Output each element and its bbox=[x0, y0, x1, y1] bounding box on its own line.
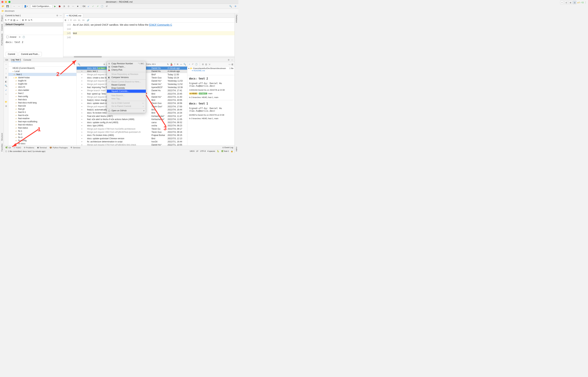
revert-detail-icon[interactable]: ↶ bbox=[192, 63, 194, 66]
status-line-sep[interactable]: LF bbox=[196, 150, 199, 152]
branch-fix-2[interactable]: 🏷fix-2 bbox=[8, 133, 76, 136]
cherry-pick-icon[interactable]: 🍒 bbox=[170, 63, 173, 66]
branch-feat-docs[interactable]: 🏷feat-docs bbox=[8, 98, 76, 101]
bold-icon[interactable]: B bbox=[65, 19, 66, 22]
h-plus-icon[interactable]: H↑ bbox=[82, 19, 85, 22]
log-row[interactable]: ●Feat e2e alert feishu (#807)KeHaohaoke*… bbox=[77, 114, 187, 118]
menu-create-patch-[interactable]: ▤Create Patch... bbox=[107, 65, 146, 68]
branch-feat-rtd-mkdocs[interactable]: 🏷feat-rtd-mkdocs bbox=[8, 123, 76, 126]
branch-head-current-branch-[interactable]: HEAD (Current Branch) bbox=[8, 67, 76, 70]
branch-fix-ci[interactable]: 🏷fix-ci bbox=[8, 136, 76, 139]
log-row[interactable]: ●fix: architecture determination in scri… bbox=[77, 140, 187, 143]
branch-feat-e2e[interactable]: 🏷feat-e2e bbox=[8, 104, 76, 107]
git-history-icon[interactable]: 🕐 bbox=[100, 4, 104, 8]
rail-structure[interactable]: Structure bbox=[0, 131, 3, 142]
menu-squash-commits-[interactable]: Squash Commits... bbox=[107, 90, 146, 93]
window-maximize[interactable] bbox=[8, 1, 11, 3]
gear-icon[interactable]: ⚙ bbox=[56, 14, 58, 17]
git-rollback-icon[interactable]: ↺ bbox=[105, 4, 109, 8]
expand-detail-icon[interactable]: ⇲ bbox=[209, 63, 210, 66]
compare-icon[interactable]: ◧ bbox=[5, 80, 7, 83]
commit-button[interactable]: Commit bbox=[6, 52, 17, 57]
delete-icon[interactable]: 🗑 bbox=[5, 76, 7, 79]
minimize-icon[interactable]: — bbox=[60, 14, 62, 17]
user-icon[interactable]: 👤▾ bbox=[24, 4, 28, 8]
preview-toggle-icon[interactable]: ▭ bbox=[229, 63, 230, 66]
new-branch-icon[interactable]: ＋ bbox=[5, 67, 7, 70]
new-changelist-icon[interactable]: ＋ bbox=[188, 63, 190, 66]
breadcrumb-project[interactable]: 📁 devstream bbox=[1, 10, 14, 12]
revert-icon[interactable]: ↶ bbox=[8, 19, 10, 21]
save-icon[interactable]: 💾 bbox=[6, 4, 10, 8]
group-icon[interactable]: ⊞ bbox=[22, 19, 24, 21]
log-row[interactable]: ●docs: update quickstart Chinese version… bbox=[77, 137, 187, 140]
changelist-icon[interactable]: ▤ bbox=[13, 19, 15, 21]
status-lock-icon[interactable]: 🔒 bbox=[231, 150, 233, 152]
branch-fix-config[interactable]: 🏷fix-config bbox=[8, 139, 76, 142]
branch-local[interactable]: ▾Local bbox=[8, 70, 76, 73]
push-log-icon[interactable]: ⤴ bbox=[174, 63, 175, 66]
amend-history-icon[interactable]: 🕐 bbox=[22, 36, 25, 38]
branch-feat-readme[interactable]: 🏷feat-readme bbox=[8, 117, 76, 120]
status-caret-pos[interactable]: 145:6 bbox=[190, 150, 194, 152]
rail-project[interactable]: Project bbox=[0, 14, 3, 23]
branch-feat-docs-multi-lang[interactable]: 🏷feat-docs-multi-lang bbox=[8, 101, 76, 104]
git-push-icon[interactable]: ↗ bbox=[96, 4, 100, 8]
branch-bugfix-ht[interactable]: 🏷bugfix-ht bbox=[8, 79, 76, 82]
git-tab-log[interactable]: Log: feat-1 bbox=[11, 58, 21, 62]
editor-scrollbar[interactable] bbox=[63, 56, 235, 58]
log-row[interactable]: ●docs: Fix broken links (#800)Prajwal Bo… bbox=[77, 134, 187, 137]
rail-pull-requests[interactable]: Pull Requests bbox=[0, 32, 3, 47]
bottom-tab-git[interactable]: 🌿Git bbox=[5, 146, 11, 149]
menu-open-on-github[interactable]: ◯Open on GitHub▸ bbox=[107, 109, 146, 112]
log-row[interactable]: ●Merge pull request #793 from aFlyBird0/… bbox=[77, 143, 187, 145]
run-icon[interactable]: ▶ bbox=[53, 4, 57, 8]
branch-feat-2[interactable]: 🏷feat-2 bbox=[8, 92, 76, 95]
branch-feat-config[interactable]: 🏷feat-config bbox=[8, 95, 76, 98]
menu-drop-commits[interactable]: Drop Commits bbox=[107, 86, 146, 90]
rail-favorites[interactable]: Favorites bbox=[0, 142, 3, 153]
forward-icon[interactable]: → bbox=[17, 4, 21, 8]
git-commit-icon[interactable]: ✓ bbox=[91, 4, 95, 8]
view-icon[interactable]: 👁 bbox=[25, 19, 27, 21]
italic-icon[interactable]: I bbox=[68, 19, 69, 22]
detail-file[interactable]: README.md bbox=[193, 70, 205, 72]
view-opts-icon[interactable]: 👁 bbox=[177, 63, 179, 66]
log-search-input[interactable] bbox=[81, 63, 102, 66]
bottom-tab-python-packages[interactable]: 📦Python Packages bbox=[50, 146, 68, 149]
log-row[interactable]: ●docs: typo (#804)cezha2022/7/4, 09:23 bbox=[77, 124, 187, 127]
status-encoding[interactable]: UTF-8 bbox=[200, 150, 206, 152]
search-icon[interactable]: 🔍 bbox=[229, 4, 232, 8]
amend-checkbox[interactable] bbox=[6, 36, 9, 38]
checkout-icon[interactable]: ↓ bbox=[6, 72, 7, 74]
diff-icon[interactable]: ⊟ bbox=[11, 19, 12, 21]
window-minimize[interactable] bbox=[5, 1, 7, 3]
menu-compare-versions[interactable]: ◧Compare Versions bbox=[107, 76, 146, 79]
expand-icon[interactable]: ⇲ bbox=[28, 19, 30, 21]
menu-revert-commit[interactable]: Revert Commit bbox=[107, 83, 146, 86]
debug-icon[interactable]: 🐞 bbox=[58, 4, 61, 8]
refresh-icon[interactable]: ↻ bbox=[5, 19, 7, 21]
git-hide-icon[interactable]: — bbox=[231, 59, 233, 61]
git-gear-icon[interactable]: ⚙ bbox=[228, 59, 230, 61]
bottom-tab-todo[interactable]: ≡TODO bbox=[14, 147, 21, 149]
branch-bugfix-list[interactable]: 🏷bugfix-list bbox=[8, 82, 76, 85]
bottom-tab-problems[interactable]: ⊘Problems bbox=[24, 146, 34, 149]
git-tab-console[interactable]: Console bbox=[24, 58, 31, 62]
folder-tool-icon[interactable]: 📁 bbox=[5, 101, 7, 103]
flatten-icon[interactable]: ▤ bbox=[205, 63, 207, 66]
event-log-tab[interactable]: ⊙ Event Log bbox=[222, 146, 233, 149]
branch-feat-1[interactable]: 🏷feat-1 bbox=[8, 73, 76, 76]
find-log-icon[interactable]: 🔍 bbox=[184, 63, 186, 66]
changelist-header[interactable]: Default Changelist bbox=[4, 22, 63, 26]
menu-cherry-pick[interactable]: 🍒Cherry-Pick bbox=[107, 68, 146, 71]
strike-icon[interactable]: T bbox=[70, 19, 72, 22]
stop-icon[interactable]: ■ bbox=[76, 4, 80, 8]
run-config-dropdown[interactable]: Add Configuration... bbox=[31, 4, 52, 8]
group-detail-icon[interactable]: ⊞ bbox=[202, 63, 204, 66]
git-pull-icon[interactable]: ↙ bbox=[87, 4, 90, 8]
branch-feat-status[interactable]: 🏷feat-status bbox=[8, 126, 76, 130]
shelve-icon[interactable]: ⫘ bbox=[16, 19, 18, 21]
branch-daniel-hutao[interactable]: ▸ 📁daniel-hutao bbox=[8, 76, 76, 79]
log-row[interactable]: ●Merge pull request #798 from hxcGit/fix… bbox=[77, 127, 187, 130]
